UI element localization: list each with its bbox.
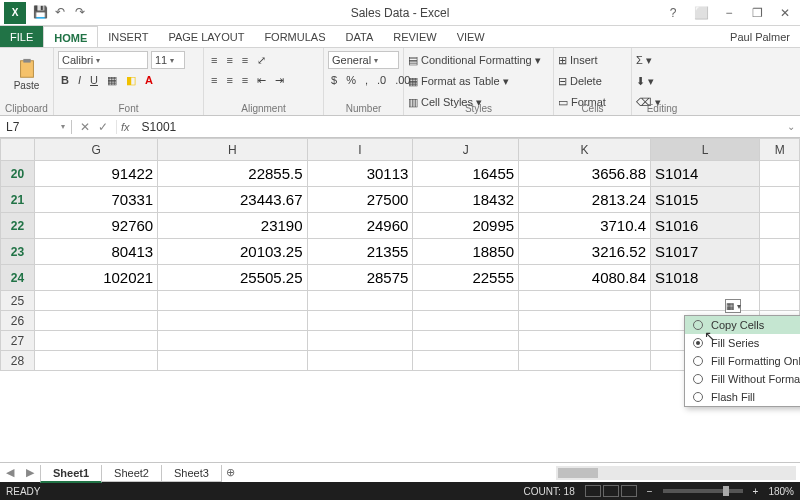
cell[interactable] <box>651 291 760 311</box>
column-header[interactable]: K <box>519 139 651 161</box>
border-button[interactable]: ▦ <box>104 73 120 88</box>
help-icon[interactable]: ? <box>662 6 684 20</box>
cell[interactable]: 18432 <box>413 187 519 213</box>
cell[interactable] <box>35 311 158 331</box>
redo-icon[interactable]: ↷ <box>72 5 88 21</box>
cell[interactable]: 28575 <box>307 265 413 291</box>
font-color-button[interactable]: A <box>142 73 156 87</box>
autofill-option[interactable]: Copy Cells <box>685 316 800 334</box>
cell[interactable]: 16455 <box>413 161 519 187</box>
cell[interactable]: S1014 <box>651 161 760 187</box>
cell[interactable]: 22855.5 <box>158 161 307 187</box>
formula-input[interactable]: S1001 <box>134 120 782 134</box>
cell[interactable]: 80413 <box>35 239 158 265</box>
autofill-option[interactable]: Fill Formatting Only <box>685 352 800 370</box>
cell[interactable]: 27500 <box>307 187 413 213</box>
cell[interactable] <box>760 239 800 265</box>
user-name[interactable]: Paul Palmer <box>730 26 800 47</box>
cell[interactable]: 3656.88 <box>519 161 651 187</box>
autofill-option[interactable]: Flash Fill <box>685 388 800 406</box>
cell[interactable] <box>158 291 307 311</box>
cell[interactable] <box>760 213 800 239</box>
name-box[interactable]: L7▾ <box>0 120 72 134</box>
cell[interactable]: 22555 <box>413 265 519 291</box>
cell[interactable] <box>158 351 307 371</box>
align-top-icon[interactable]: ≡ <box>208 53 220 67</box>
sheet-tab[interactable]: Sheet1 <box>40 465 102 483</box>
insert-cells-button[interactable]: ⊞ Insert <box>558 50 627 70</box>
cell[interactable] <box>519 291 651 311</box>
cell[interactable]: S1017 <box>651 239 760 265</box>
tab-home[interactable]: HOME <box>43 26 98 47</box>
cell[interactable] <box>307 351 413 371</box>
align-center-icon[interactable]: ≡ <box>223 73 235 87</box>
tab-file[interactable]: FILE <box>0 26 43 47</box>
autofill-options-button[interactable]: ▦ <box>725 299 741 313</box>
cell[interactable]: 20103.25 <box>158 239 307 265</box>
zoom-out-icon[interactable]: − <box>647 486 653 497</box>
cell[interactable] <box>307 311 413 331</box>
cell[interactable] <box>413 331 519 351</box>
row-header[interactable]: 26 <box>1 311 35 331</box>
cell[interactable] <box>413 351 519 371</box>
fill-button[interactable]: ⬇ ▾ <box>636 71 688 91</box>
cell[interactable]: 91422 <box>35 161 158 187</box>
sheet-tab[interactable]: Sheet3 <box>161 465 222 482</box>
zoom-level[interactable]: 180% <box>768 486 794 497</box>
column-header[interactable]: H <box>158 139 307 161</box>
zoom-in-icon[interactable]: + <box>753 486 759 497</box>
cell[interactable]: S1015 <box>651 187 760 213</box>
inc-decimal-icon[interactable]: .0 <box>374 73 389 87</box>
view-buttons[interactable] <box>585 485 637 497</box>
cell[interactable]: S1018 <box>651 265 760 291</box>
enter-icon[interactable]: ✓ <box>98 120 108 134</box>
sheet-tab[interactable]: Sheet2 <box>101 465 162 482</box>
tab-view[interactable]: VIEW <box>447 26 495 47</box>
cell[interactable]: 23190 <box>158 213 307 239</box>
row-header[interactable]: 24 <box>1 265 35 291</box>
fx-icon[interactable]: fx <box>117 121 134 133</box>
column-header[interactable]: L <box>651 139 760 161</box>
format-as-table-button[interactable]: ▦ Format as Table ▾ <box>408 71 549 91</box>
percent-icon[interactable]: % <box>343 73 359 87</box>
paste-button[interactable]: Paste <box>4 50 49 98</box>
autofill-option[interactable]: Fill Without Formatting <box>685 370 800 388</box>
maximize-icon[interactable]: ❐ <box>746 6 768 20</box>
sheet-nav-next[interactable]: ▶ <box>20 466 40 479</box>
cell[interactable]: 4080.84 <box>519 265 651 291</box>
cell[interactable] <box>760 265 800 291</box>
row-header[interactable]: 27 <box>1 331 35 351</box>
cell[interactable] <box>35 331 158 351</box>
row-header[interactable]: 23 <box>1 239 35 265</box>
font-size-select[interactable]: 11▾ <box>151 51 185 69</box>
expand-formula-icon[interactable]: ⌄ <box>782 121 800 132</box>
cell[interactable]: 25505.25 <box>158 265 307 291</box>
fill-color-button[interactable]: ◧ <box>123 73 139 88</box>
ribbon-collapse-icon[interactable]: ⬜ <box>690 6 712 20</box>
comma-icon[interactable]: , <box>362 73 371 87</box>
column-header[interactable]: M <box>760 139 800 161</box>
cell[interactable] <box>760 161 800 187</box>
cell[interactable] <box>413 291 519 311</box>
column-header[interactable]: J <box>413 139 519 161</box>
tab-review[interactable]: REVIEW <box>383 26 446 47</box>
cell[interactable]: 24960 <box>307 213 413 239</box>
tab-formulas[interactable]: FORMULAS <box>254 26 335 47</box>
cell[interactable] <box>519 331 651 351</box>
column-header[interactable]: I <box>307 139 413 161</box>
cell[interactable] <box>35 291 158 311</box>
delete-cells-button[interactable]: ⊟ Delete <box>558 71 627 91</box>
autosum-button[interactable]: Σ ▾ <box>636 50 688 70</box>
select-all-corner[interactable] <box>1 139 35 161</box>
conditional-formatting-button[interactable]: ▤ Conditional Formatting ▾ <box>408 50 549 70</box>
close-icon[interactable]: ✕ <box>774 6 796 20</box>
minimize-icon[interactable]: − <box>718 6 740 20</box>
cell[interactable] <box>307 331 413 351</box>
currency-icon[interactable]: $ <box>328 73 340 87</box>
spreadsheet-grid[interactable]: GHIJKLM 209142222855.530113164553656.88S… <box>0 138 800 462</box>
undo-icon[interactable]: ↶ <box>52 5 68 21</box>
cell[interactable]: 102021 <box>35 265 158 291</box>
align-left-icon[interactable]: ≡ <box>208 73 220 87</box>
column-header[interactable]: G <box>35 139 158 161</box>
tab-page-layout[interactable]: PAGE LAYOUT <box>158 26 254 47</box>
